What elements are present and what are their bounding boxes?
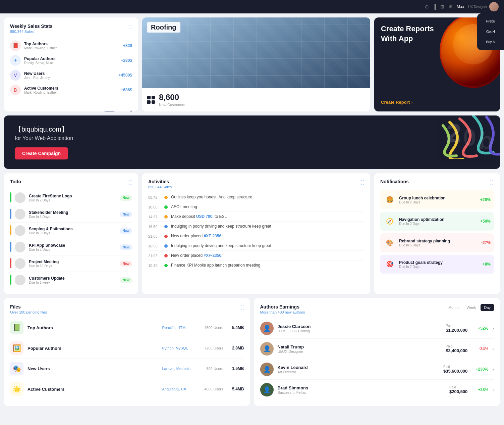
earnings-tab-week[interactable]: Week xyxy=(463,304,480,311)
notification-item: 🎨 Rebrand strategy planning Due In 5 Day… xyxy=(380,233,494,252)
activity-text: New order placed #XF-2356. xyxy=(171,253,364,258)
roofing-card: Roofing 8,600 New Customers xyxy=(142,17,370,111)
author-item: 👤 Kevin Leonard Art Director Paid $35,60… xyxy=(260,359,494,380)
activity-link[interactable]: USD 700. xyxy=(196,214,214,219)
author-info: Kevin Leonard Art Director xyxy=(278,365,440,374)
activity-link[interactable]: #XF-2356. xyxy=(204,253,222,258)
notifications-menu[interactable]: ⁚⁚ xyxy=(490,179,494,186)
todo-priority-bar xyxy=(10,192,11,202)
stat-value: +280$ xyxy=(121,58,132,63)
activities-title: Activities xyxy=(148,179,172,184)
chevron-right-icon[interactable]: › xyxy=(492,346,494,351)
author-name: Brad Simmons xyxy=(278,385,446,390)
notification-title: Product goals strategy xyxy=(399,260,479,265)
files-title: Files xyxy=(10,304,47,310)
todo-text: Scoping & Estimations Due In 5 Days xyxy=(29,227,116,235)
author-name: Jessie Clarcson xyxy=(278,324,442,329)
paid-label: Paid xyxy=(443,365,467,369)
author-avatar: 👤 xyxy=(260,322,274,335)
earnings-tabs: MonthWeekDay xyxy=(445,304,494,311)
notification-text: Group lunch celebration Due In 2 Days xyxy=(399,196,477,204)
create-reports-title: Create Reports With App xyxy=(381,24,493,43)
author-paid: Paid $3,400,000 xyxy=(446,344,467,353)
activity-dot xyxy=(164,196,168,199)
notification-text: Rebrand strategy planning Due In 5 Days xyxy=(399,239,478,247)
weekly-stats-subtitle: 890,344 Sales xyxy=(10,30,53,34)
file-tags: ReactJs, HTML xyxy=(162,326,196,330)
campaign-banner: 【biqubiqu.com】 for Your Web Application … xyxy=(4,115,500,169)
create-report-link[interactable]: Create Report › xyxy=(381,100,493,105)
activity-item: 16:50 Indulging in poorly driving and ke… xyxy=(148,241,364,251)
stat-text: Top Authors Mark, Rowling, Esther xyxy=(24,42,120,50)
new-customers-number: 8,600 xyxy=(159,93,185,102)
todo-avatar xyxy=(15,258,25,269)
file-item: 🖼️ Popular Authors Python, MySQL 7200 Us… xyxy=(10,338,244,359)
activity-time: 08:42 xyxy=(148,195,161,199)
campaign-title: 【biqubiqu.com】 xyxy=(15,125,73,134)
notification-text: Product goals strategy Due In 7 Days xyxy=(399,260,479,269)
author-name: Natali Trump xyxy=(278,344,442,349)
stat-item: ✈ Popular Authors Randy, Steve, Mike +28… xyxy=(10,53,132,68)
todo-item: Create FireStone Logo Due In 2 Days New xyxy=(10,190,132,206)
stat-value: +4500$ xyxy=(119,73,132,78)
stat-icon: V xyxy=(10,70,21,81)
todo-menu[interactable]: ⁚⁚ xyxy=(128,179,132,186)
chevron-right-icon[interactable]: › xyxy=(492,367,494,372)
stat-sub: John, Pat, Jimmy xyxy=(24,76,115,80)
activity-item: 21:03 New order placed #XF-2356. xyxy=(148,251,364,261)
chevron-right-icon[interactable]: › xyxy=(492,387,494,392)
notification-value: +50% xyxy=(480,219,491,224)
stat-text: Popular Authors Randy, Steve, Mike xyxy=(24,56,117,65)
activities-menu[interactable]: ⁚⁚ xyxy=(360,179,364,186)
todo-due: Due In 2 Days xyxy=(29,248,116,251)
activity-text: Indulging in poorly driving and keep str… xyxy=(171,224,364,229)
file-item: 🌟 Active Customers AngularJS, C# 4600 Us… xyxy=(10,379,244,399)
bottom-row: Files Over 100 pending files ⁚⁚ 📗 Top Au… xyxy=(4,298,500,406)
stat-icon: B xyxy=(10,85,21,95)
paid-label: Paid xyxy=(446,344,467,348)
author-paid: Paid $200,500 xyxy=(449,385,467,394)
author-role: Successful Fellas xyxy=(278,390,446,394)
notifications-card: Notifications ⁚⁚ 🍔 Group lunch celebrati… xyxy=(374,173,500,294)
activity-link[interactable]: #XF-2356. xyxy=(204,234,222,238)
activity-time: 16:50 xyxy=(148,244,161,248)
author-item: 👤 Jessie Clarcson HTML, CSS Coding Paid … xyxy=(260,318,494,339)
files-menu[interactable]: ⁚⁚ xyxy=(240,304,244,312)
file-tags: Python, MySQL xyxy=(162,346,196,350)
activity-item: 14:37 Make deposit USD 700. to ESL xyxy=(148,212,364,222)
author-paid: Paid $35,600,000 xyxy=(443,365,467,374)
todo-due: Due In 5 Days xyxy=(29,231,116,235)
todo-badge: New xyxy=(120,261,132,267)
earnings-tab-day[interactable]: Day xyxy=(481,304,494,311)
top-row: Weekly Sales Stats 890,344 Sales ⁚⁚ 📕 To… xyxy=(4,17,500,111)
todo-text: Create FireStone Logo Due In 2 Days xyxy=(29,194,116,202)
chevron-right-icon[interactable]: › xyxy=(492,326,494,331)
brightness-icon[interactable]: ☀ xyxy=(448,4,453,9)
paid-label: Paid xyxy=(449,385,467,389)
todo-due: Due In 3 Days xyxy=(29,215,116,219)
file-name: Top Authors xyxy=(27,325,158,330)
grid-icon[interactable]: ⊞ xyxy=(440,4,444,9)
notification-icon: 🍔 xyxy=(384,194,396,206)
middle-row: Todo ⁚⁚ Create FireStone Logo Due In 2 D… xyxy=(4,173,500,294)
file-icon: 🌟 xyxy=(10,382,23,396)
paid-amount: $1,200,000 xyxy=(446,328,467,333)
stat-item: 📕 Top Authors Mark, Rowling, Esther +82$ xyxy=(10,38,132,53)
user-role: UX Designer xyxy=(468,5,487,9)
author-change: +52% xyxy=(471,326,488,331)
notification-due: Due In 7 Days xyxy=(399,265,479,269)
file-size: 2.8MB xyxy=(227,346,244,350)
earnings-tab-month[interactable]: Month xyxy=(445,304,462,311)
author-list: 👤 Jessie Clarcson HTML, CSS Coding Paid … xyxy=(260,318,494,400)
activity-time: 16:50 xyxy=(148,225,161,229)
author-change: -34% xyxy=(471,346,488,351)
author-role: Art Director xyxy=(278,370,440,374)
search-icon[interactable]: ⊙ xyxy=(425,4,429,9)
author-avatar: 👤 xyxy=(260,363,274,376)
stat-items: 📕 Top Authors Mark, Rowling, Esther +82$… xyxy=(10,38,132,97)
file-size: 5.4MB xyxy=(227,325,244,330)
activity-dot xyxy=(164,235,168,238)
weekly-stats-menu[interactable]: ⁚⁚ xyxy=(128,23,132,31)
todo-item: KPI App Showcase Due In 2 Days New xyxy=(10,239,132,255)
create-campaign-button[interactable]: Create Campaign xyxy=(15,147,68,159)
